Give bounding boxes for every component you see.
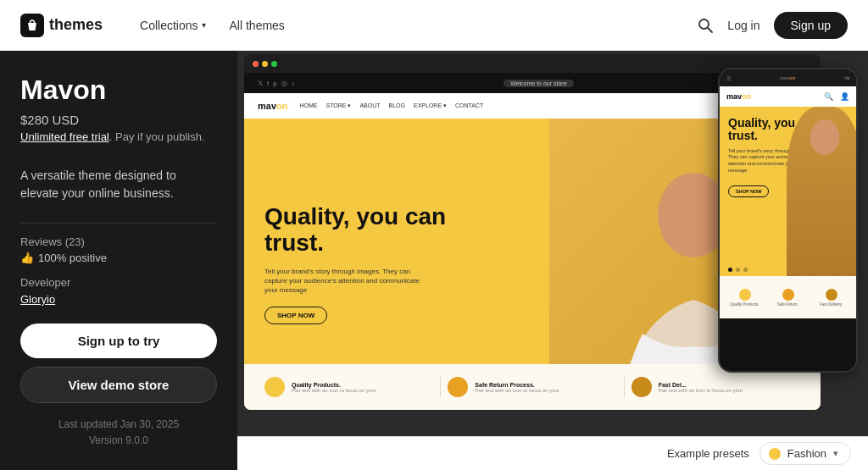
svg-line-2 [708,28,712,32]
signup-button[interactable]: Sign up [774,12,848,39]
svg-point-1 [699,19,709,29]
hero-headline: Quality, you can trust. [264,204,502,257]
feature-delivery: Fast Del... Pair text with an icon to fo… [625,377,807,397]
developer-section: Developer Gloryio [20,276,217,307]
quality-icon [264,377,285,397]
mobile-feat-icon-3 [826,289,837,301]
mobile-feature-1: Quality Products. [725,289,765,307]
mobile-feature-2: Safe Return. [768,289,808,307]
mobile-search-icon: 🔍 [824,92,833,101]
theme-price: $280 USD [20,113,217,127]
update-info: Last updated Jan 30, 2025 Version 9.0.0 [20,417,217,449]
developer-link[interactable]: Gloryio [20,293,55,306]
mobile-features: Quality Products. Safe Return. Fast Deli… [720,276,856,318]
facebook-icon: f [267,80,269,87]
mobile-shop-button[interactable]: SHOP NOW [728,185,769,197]
nav-right: Log in Sign up [697,12,848,39]
version: Version 9.0.0 [20,433,217,449]
returns-title: Safe Return Process. [475,382,559,388]
free-trial-link[interactable]: Unlimited free trial [20,130,109,143]
delivery-icon [632,377,652,397]
returns-icon [448,377,468,397]
mobile-nav-bar: ☰ mavon 🛍 [720,69,856,86]
shopify-bag-icon [20,14,44,37]
reviews-section: Reviews (23) 👍 100% positive [20,235,217,264]
preview-area: 𝕏 f p ◎ ♪ Welcome to our store English ▾… [237,51,868,470]
returns-sub: Pair text with an icon to focus on your [475,388,559,393]
tiktok-icon: ♪ [292,80,295,87]
theme-name: Mavon [20,75,217,106]
delivery-sub: Pair text with an icon to focus on your [659,388,743,393]
last-updated: Last updated Jan 30, 2025 [20,417,217,433]
signup-to-try-button[interactable]: Sign up to try [20,323,217,358]
theme-nav-items: HOME STORE ▾ ABOUT BLOG EXPLORE ▾ CONTAC… [299,102,483,109]
reviews-positive: 👍 100% positive [20,252,217,264]
developer-label: Developer [20,276,217,289]
mobile-account-icon: 👤 [840,92,849,101]
search-button[interactable] [697,17,714,34]
example-presets-label: Example presets [667,447,749,460]
search-icon [697,17,714,34]
mobile-cart-icon: 🛍 [844,75,849,80]
mobile-logo: mavon [726,92,751,101]
thumbs-up-icon: 👍 [20,252,34,264]
mobile-logo-bar: mavon 🔍 👤 [720,86,856,107]
bottom-bar: Example presets Fashion ▾ [237,436,868,470]
view-demo-button[interactable]: View demo store [20,367,217,403]
pinterest-icon: p [273,80,276,87]
theme-brand-logo: mavon [258,101,287,111]
free-trial-note: . Pay if you publish. [109,130,205,143]
divider [20,223,217,224]
theme-description: A versatile theme designed to elevate yo… [20,167,217,202]
top-nav: themes Collections ▾ All themes Log in S… [0,0,868,51]
mobile-feat-icon-2 [782,289,794,301]
nav-links: Collections ▾ All themes [130,14,697,37]
quality-title: Quality Products. [292,382,376,388]
main-layout: Mavon $280 USD Unlimited free trial. Pay… [0,51,868,470]
mobile-mockup: ☰ mavon 🛍 mavon 🔍 👤 Quality, you can tru… [718,68,858,373]
sidebar: Mavon $280 USD Unlimited free trial. Pay… [0,51,237,470]
mobile-dot-3 [743,268,748,272]
feature-returns: Safe Return Process. Pair text with an i… [441,377,624,397]
mobile-feat-icon-1 [739,289,751,301]
mobile-carousel-dots [728,268,748,272]
feature-quality: Quality Products. Pair text with an icon… [258,377,441,397]
mobile-brand: mavon [780,75,795,80]
chevron-down-icon: ▾ [833,448,838,459]
mobile-feature-3: Fast Delivery. [811,289,851,307]
mobile-hero: Quality, you can trust. Tell your brand'… [720,107,856,276]
reviews-label: Reviews (23) [20,235,217,248]
nav-logo[interactable]: themes [20,14,103,37]
chevron-down-icon: ▾ [202,20,206,30]
nav-collections[interactable]: Collections ▾ [130,14,215,37]
twitter-icon: 𝕏 [258,80,263,87]
hero-subtext: Tell your brand's story through images. … [264,267,434,296]
mobile-icons: 🔍 👤 [824,92,849,101]
preset-name: Fashion [787,447,826,460]
social-icons: 𝕏 f p ◎ ♪ [258,80,295,87]
mobile-dot-2 [736,268,740,272]
preset-selector[interactable]: Fashion ▾ [760,442,851,465]
hero-shop-button[interactable]: SHOP NOW [264,307,327,324]
mobile-model-image [787,107,856,276]
mobile-dot-1 [728,268,732,272]
quality-sub: Pair text with an icon to focus on your [292,388,376,393]
welcome-banner: Welcome to our store [305,80,772,86]
delivery-title: Fast Del... [659,382,743,388]
nav-logo-text: themes [49,16,103,34]
mobile-menu-icon: ☰ [726,75,731,81]
login-button[interactable]: Log in [727,19,760,32]
nav-all-themes[interactable]: All themes [220,14,295,37]
preset-color-dot [769,448,781,460]
instagram-icon: ◎ [281,80,287,87]
